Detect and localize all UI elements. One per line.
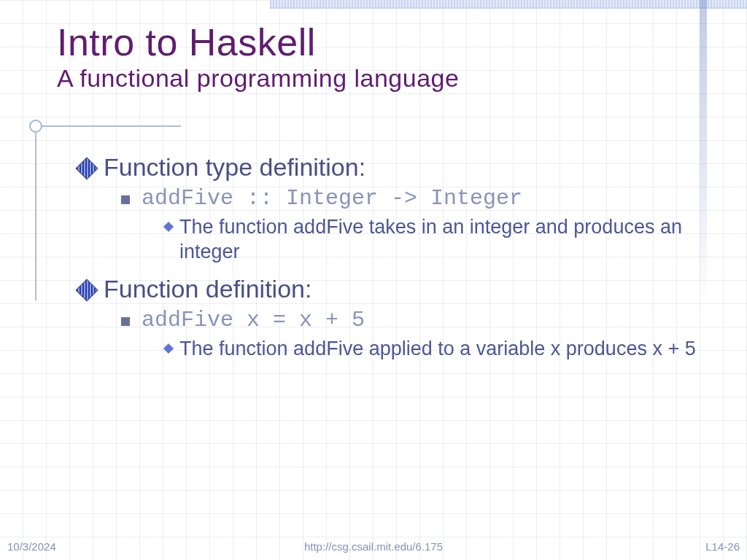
square-bullet-icon [121, 195, 130, 204]
mini-diamond-icon [163, 343, 174, 353]
diamond-bullet-icon [75, 157, 98, 179]
slide-footer: 10/3/2024 http://csg.csail.mit.edu/6.175… [7, 540, 740, 553]
code-text: addFive x = x + 5 [142, 308, 365, 332]
bullet-level2: addFive :: Integer -> Integer [121, 186, 703, 211]
bullet-level1: Function definition: [79, 275, 703, 303]
footer-page-number: L14-26 [705, 540, 740, 553]
bullet-text: Function definition: [104, 275, 311, 303]
bullet-text: The function addFive takes in an integer… [179, 215, 703, 265]
footer-date: 10/3/2024 [7, 540, 56, 553]
footer-url: http://csg.csail.mit.edu/6.175 [304, 540, 443, 553]
bullet-level3: The function addFive takes in an integer… [165, 215, 703, 265]
slide-body: Function type definition: addFive :: Int… [79, 153, 703, 371]
mini-diamond-icon [163, 222, 174, 232]
diamond-bullet-icon [75, 279, 98, 301]
bullet-level2: addFive x = x + 5 [121, 308, 703, 332]
code-text: addFive :: Integer -> Integer [142, 186, 522, 211]
bullet-text: Function type definition: [104, 153, 365, 182]
square-bullet-icon [121, 317, 130, 326]
bullet-level1: Function type definition: [79, 153, 703, 182]
top-border-decoration [270, 0, 747, 9]
bullet-text: The function addFive applied to a variab… [179, 337, 696, 362]
slide-subtitle: A functional programming language [57, 64, 459, 93]
slide-title: Intro to Haskell [57, 20, 316, 64]
bullet-level3: The function addFive applied to a variab… [165, 337, 703, 362]
